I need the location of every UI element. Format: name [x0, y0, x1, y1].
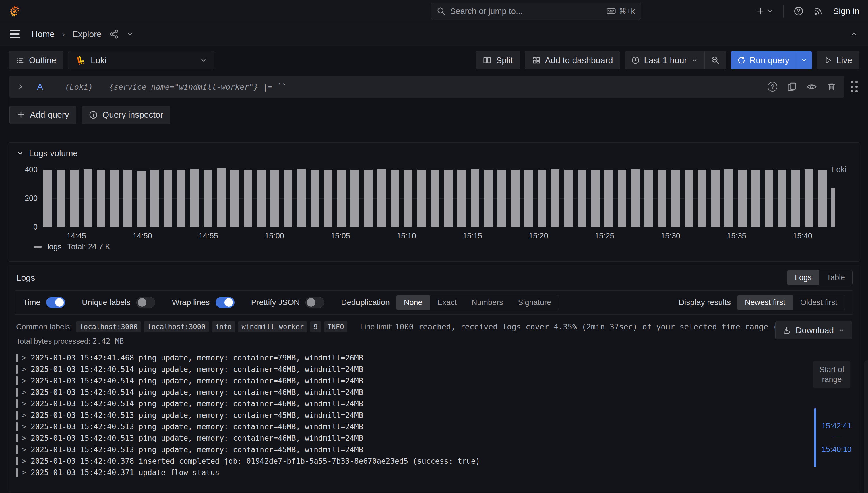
- add-query-button[interactable]: Add query: [9, 106, 76, 124]
- expand-log-icon[interactable]: >: [21, 446, 27, 454]
- grafana-logo[interactable]: [8, 5, 21, 18]
- tab-table[interactable]: Table: [819, 270, 852, 285]
- time-range-button[interactable]: Last 1 hour: [625, 51, 704, 69]
- range-oldest-time[interactable]: 15:40:10: [822, 445, 852, 454]
- log-row[interactable]: >2025-01-03 15:42:40.513 ping update, me…: [16, 409, 859, 421]
- logs-meta-row: Common labels: localhost:3000localhost:3…: [16, 321, 852, 332]
- volume-bar: [698, 170, 706, 227]
- copy-icon[interactable]: [787, 82, 797, 91]
- collapse-section-icon[interactable]: [16, 150, 24, 157]
- help-button[interactable]: [793, 6, 804, 16]
- expand-log-icon[interactable]: >: [21, 423, 27, 431]
- logs-volume-title: Logs volume: [29, 148, 78, 158]
- log-row[interactable]: >2025-01-03 15:42:40.513 ping update, me…: [16, 432, 859, 444]
- news-button[interactable]: [813, 6, 823, 16]
- order-option-newest-first[interactable]: Newest first: [737, 295, 793, 310]
- toggle-switch-prettify-json[interactable]: [305, 297, 324, 308]
- dedup-label: Deduplication: [341, 298, 390, 307]
- add-to-dashboard-button[interactable]: Add to dashboard: [525, 51, 620, 69]
- share-icon[interactable]: [109, 29, 119, 39]
- toggle-knob: [307, 298, 315, 307]
- toggle-switch-unique-labels[interactable]: [136, 297, 155, 308]
- expand-log-icon[interactable]: >: [21, 377, 27, 385]
- dedup-option-numbers[interactable]: Numbers: [464, 295, 511, 310]
- expand-query-icon[interactable]: [17, 83, 24, 90]
- log-row[interactable]: >2025-01-03 15:42:40.371 update flow sta…: [16, 467, 859, 478]
- x-axis-tick: 15:20: [529, 232, 548, 240]
- volume-bar: [511, 170, 520, 227]
- expand-log-icon[interactable]: >: [21, 457, 27, 465]
- start-of-range-button[interactable]: Start of range: [813, 361, 850, 388]
- line-limit-value: 1000 reached, received logs cover 4.35% …: [395, 322, 792, 331]
- log-level-bar: [16, 388, 18, 396]
- trash-icon[interactable]: [827, 82, 837, 91]
- outline-button[interactable]: Outline: [8, 51, 63, 69]
- legend-series-name[interactable]: logs: [47, 242, 62, 251]
- zoom-out-button[interactable]: [704, 51, 726, 69]
- toggle-switch-wrap-lines[interactable]: [216, 297, 234, 308]
- common-label-badge: localhost:3000: [76, 321, 141, 332]
- volume-bar: [724, 169, 733, 227]
- search-box[interactable]: ⌘+k: [431, 3, 641, 20]
- log-row[interactable]: >2025-01-03 15:42:40.514 ping update, me…: [16, 398, 859, 409]
- dedup-option-exact[interactable]: Exact: [430, 295, 464, 310]
- run-query-button[interactable]: Run query: [731, 51, 796, 69]
- search-input[interactable]: [450, 6, 601, 16]
- log-row[interactable]: >2025-01-03 15:42:40.514 ping update, me…: [16, 364, 859, 375]
- chevron-down-icon: [691, 57, 698, 64]
- eye-icon[interactable]: [807, 82, 817, 92]
- live-button[interactable]: Live: [817, 51, 860, 69]
- volume-bar: [324, 170, 332, 227]
- download-icon: [782, 326, 791, 335]
- expand-log-icon[interactable]: >: [21, 411, 27, 419]
- split-button[interactable]: Split: [475, 51, 520, 69]
- log-row[interactable]: >2025-01-03 15:42:40.513 ping update, me…: [16, 444, 859, 455]
- log-row[interactable]: >2025-01-03 15:42:41.468 ping update, me…: [16, 352, 859, 364]
- log-line-text: 2025-01-03 15:42:40.371 update flow stat…: [31, 468, 219, 477]
- x-axis-tick: 15:15: [463, 232, 482, 240]
- log-line-text: 2025-01-03 15:42:40.514 ping update, mem…: [31, 388, 363, 396]
- query-inspector-button[interactable]: Query inspector: [82, 106, 170, 124]
- expand-log-icon[interactable]: >: [21, 365, 27, 373]
- expand-log-icon[interactable]: >: [21, 388, 27, 396]
- log-row[interactable]: >2025-01-03 15:42:40.378 inserted comple…: [16, 455, 859, 467]
- query-ref-id[interactable]: A: [37, 82, 43, 92]
- datasource-picker[interactable]: Loki: [68, 51, 214, 69]
- dedup-option-signature[interactable]: Signature: [511, 295, 559, 310]
- dedup-option-none[interactable]: None: [396, 295, 430, 310]
- expand-log-icon[interactable]: >: [21, 400, 27, 408]
- expand-log-icon[interactable]: >: [21, 354, 27, 362]
- breadcrumb-separator: ›: [62, 29, 65, 39]
- toggle-prettify-json: Prettify JSON: [251, 297, 325, 308]
- log-row[interactable]: >2025-01-03 15:42:40.513 ping update, me…: [16, 421, 859, 432]
- logs-volume-chart[interactable]: [43, 170, 835, 227]
- volume-bar: [97, 170, 105, 227]
- breadcrumb-home[interactable]: Home: [31, 29, 55, 39]
- search-icon: [437, 7, 445, 16]
- drag-handle[interactable]: [849, 81, 860, 92]
- volume-bar: [177, 170, 186, 227]
- expand-log-icon[interactable]: >: [21, 469, 27, 477]
- dashboard-grid-icon: [532, 56, 541, 65]
- total-bytes-value: 2.42 MB: [92, 337, 124, 345]
- volume-bar: [751, 170, 760, 227]
- tab-logs[interactable]: Logs: [787, 270, 819, 285]
- chevron-down-icon[interactable]: [126, 30, 134, 38]
- expand-log-icon[interactable]: >: [21, 434, 27, 442]
- toggle-switch-time[interactable]: [46, 297, 65, 308]
- log-row[interactable]: >2025-01-03 15:42:40.514 ping update, me…: [16, 375, 859, 387]
- new-menu-button[interactable]: [756, 6, 774, 16]
- query-expression[interactable]: {service_name="windmill-worker"} |= ``: [109, 82, 287, 91]
- range-newest-time[interactable]: 15:42:41: [822, 422, 852, 430]
- run-query-dropdown[interactable]: [796, 51, 812, 69]
- log-row[interactable]: >2025-01-03 15:42:40.514 ping update, me…: [16, 387, 859, 398]
- sign-in-button[interactable]: Sign in: [833, 6, 860, 16]
- download-button[interactable]: Download: [775, 321, 852, 340]
- query-help-icon[interactable]: ?: [767, 82, 777, 91]
- chevron-down-icon: [839, 327, 845, 334]
- collapse-panel-icon[interactable]: [850, 30, 858, 39]
- menu-toggle-button[interactable]: [10, 30, 20, 38]
- order-option-oldest-first[interactable]: Oldest first: [793, 295, 845, 310]
- volume-bar: [791, 170, 800, 227]
- volume-bar: [311, 170, 319, 227]
